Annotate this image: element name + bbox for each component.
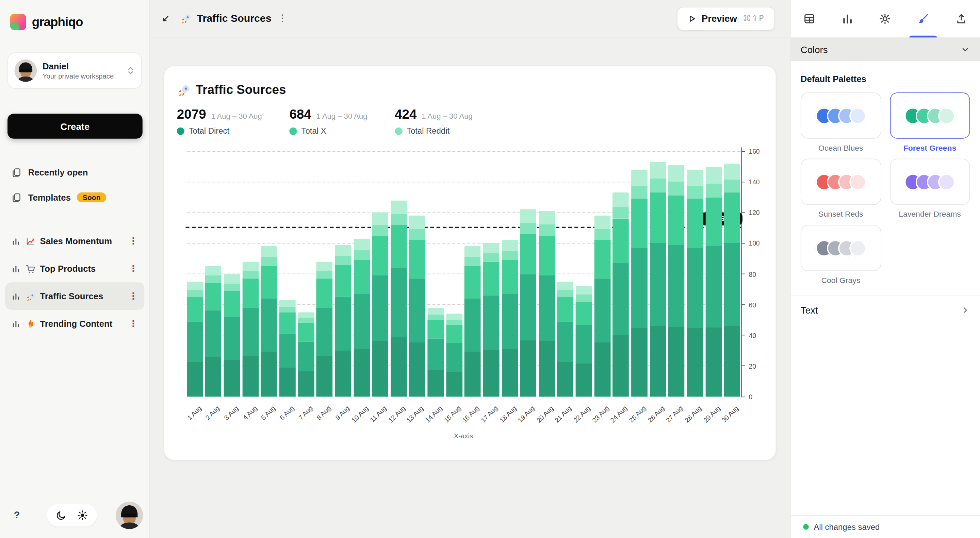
- tab-data-table[interactable]: [791, 0, 828, 37]
- kebab-menu-icon[interactable]: ⋮: [129, 236, 138, 246]
- bar-column[interactable]: [187, 282, 203, 397]
- bar-column[interactable]: [501, 240, 518, 397]
- bar-column[interactable]: [687, 170, 703, 397]
- palette-sunset-reds[interactable]: Sunset Reds: [801, 159, 881, 219]
- palette-swatch: [850, 240, 866, 256]
- preview-button[interactable]: Preview ⌘⇧P: [676, 6, 775, 30]
- bar-segment: [298, 341, 314, 397]
- bar-column[interactable]: [279, 300, 296, 397]
- workspace-switcher[interactable]: Daniel Your private workspace: [8, 52, 142, 89]
- bar-column[interactable]: [427, 308, 444, 397]
- bar-segment: [724, 163, 740, 193]
- bar-segment: [298, 323, 314, 341]
- sidebar-item-sales-momentum[interactable]: Sales Momentum ⋮: [5, 227, 145, 255]
- bar-column[interactable]: [409, 216, 425, 397]
- bar-column[interactable]: [224, 274, 240, 397]
- bar-segment: [576, 302, 592, 325]
- bar-column[interactable]: [335, 245, 351, 397]
- bar-column[interactable]: [668, 165, 685, 397]
- bar-segment: [372, 236, 388, 275]
- bar-segment: [613, 263, 629, 397]
- logo[interactable]: graphiqo: [0, 0, 150, 30]
- sidebar-item-traffic-sources[interactable]: Traffic Sources ⋮: [5, 282, 145, 310]
- bar-segment: [446, 324, 463, 343]
- colors-section-label: Colors: [801, 44, 828, 54]
- bar-column[interactable]: [372, 213, 388, 397]
- pages-icon: [11, 166, 22, 178]
- palette-swatch: [850, 107, 866, 124]
- help-button[interactable]: ?: [6, 505, 27, 526]
- tab-export[interactable]: [942, 0, 980, 37]
- bar-segment: [224, 317, 240, 397]
- bar-segment: [205, 311, 221, 397]
- bar-column[interactable]: [520, 209, 537, 397]
- bar-segment: [557, 297, 573, 321]
- colors-section-header[interactable]: Colors: [791, 37, 980, 61]
- bar-column[interactable]: [317, 262, 333, 397]
- chevron-updown-icon: [126, 65, 135, 76]
- x-axis-tick-label: 6 Aug: [278, 404, 295, 421]
- bar-column[interactable]: [594, 216, 611, 397]
- bar-segment: [687, 198, 703, 248]
- collapse-icon[interactable]: [158, 10, 174, 27]
- bar-column[interactable]: [650, 162, 666, 397]
- sidebar-item-label: Top Products: [40, 263, 96, 273]
- kebab-menu-icon[interactable]: ⋮: [129, 319, 138, 329]
- bar-segment: [613, 219, 629, 263]
- bar-segment: [668, 245, 685, 397]
- bar-column[interactable]: [261, 246, 277, 397]
- bar-column[interactable]: [724, 163, 740, 397]
- bar-column[interactable]: [446, 314, 463, 397]
- kebab-menu-icon[interactable]: ⋮: [278, 14, 287, 23]
- bar-column[interactable]: [391, 200, 407, 397]
- bar-segment: [539, 275, 555, 397]
- bar-segment: [520, 274, 537, 397]
- bar-segment: [539, 236, 555, 275]
- bar-column[interactable]: [557, 282, 573, 397]
- bar-column[interactable]: [205, 266, 221, 397]
- bar-column[interactable]: [242, 262, 259, 397]
- bar-chart-icon: [11, 236, 21, 246]
- bar-segment: [594, 279, 611, 397]
- tab-chart-type[interactable]: [829, 0, 866, 37]
- kebab-menu-icon[interactable]: ⋮: [129, 264, 138, 273]
- sidebar-item-top-products[interactable]: Top Products ⋮: [5, 255, 145, 282]
- bar-segment: [520, 234, 537, 274]
- bar-column[interactable]: [539, 211, 555, 397]
- cart-emoji-icon: [25, 264, 35, 273]
- tab-settings[interactable]: [866, 0, 904, 37]
- bar-segment: [298, 312, 314, 323]
- bar-column[interactable]: [298, 312, 314, 397]
- bar-segment: [446, 314, 463, 325]
- sidebar-item-trending-content[interactable]: Trending Content ⋮: [5, 310, 145, 337]
- palette-label: Forest Greens: [890, 143, 970, 152]
- bar-column[interactable]: [483, 243, 500, 397]
- bar-column[interactable]: [465, 246, 481, 397]
- bar-column[interactable]: [353, 239, 370, 397]
- x-axis-tick-label: 14 Aug: [424, 404, 443, 424]
- sun-icon[interactable]: [76, 510, 88, 521]
- bar-column[interactable]: [576, 286, 592, 397]
- moon-icon[interactable]: [56, 510, 67, 521]
- palette-lavender-dreams[interactable]: Lavender Dreams: [890, 159, 970, 219]
- tab-style[interactable]: [904, 0, 942, 37]
- sidebar-item-templates[interactable]: Templates Soon: [0, 185, 150, 210]
- kebab-menu-icon[interactable]: ⋮: [129, 292, 138, 301]
- bar-column[interactable]: [631, 170, 648, 397]
- text-section-header[interactable]: Text: [791, 295, 980, 325]
- palette-cool-grays[interactable]: Cool Grays: [801, 225, 881, 285]
- nav-label: Recently open: [28, 167, 88, 177]
- x-axis-tick-label: 2 Aug: [204, 404, 221, 421]
- series-label: Total X: [301, 126, 326, 136]
- palette-label: Sunset Reds: [801, 210, 881, 219]
- palette-ocean-blues[interactable]: Ocean Blues: [801, 92, 881, 152]
- series-color-dot: [290, 127, 297, 135]
- sidebar-item-recently-open[interactable]: Recently open: [0, 160, 150, 185]
- palette-forest-greens[interactable]: Forest Greens: [890, 92, 970, 152]
- bar-segment: [650, 243, 666, 397]
- bar-column[interactable]: [613, 192, 629, 397]
- bar-column[interactable]: [705, 167, 722, 397]
- create-button[interactable]: Create: [8, 114, 143, 138]
- profile-avatar[interactable]: [116, 501, 143, 529]
- bar-chart-icon: [841, 12, 854, 25]
